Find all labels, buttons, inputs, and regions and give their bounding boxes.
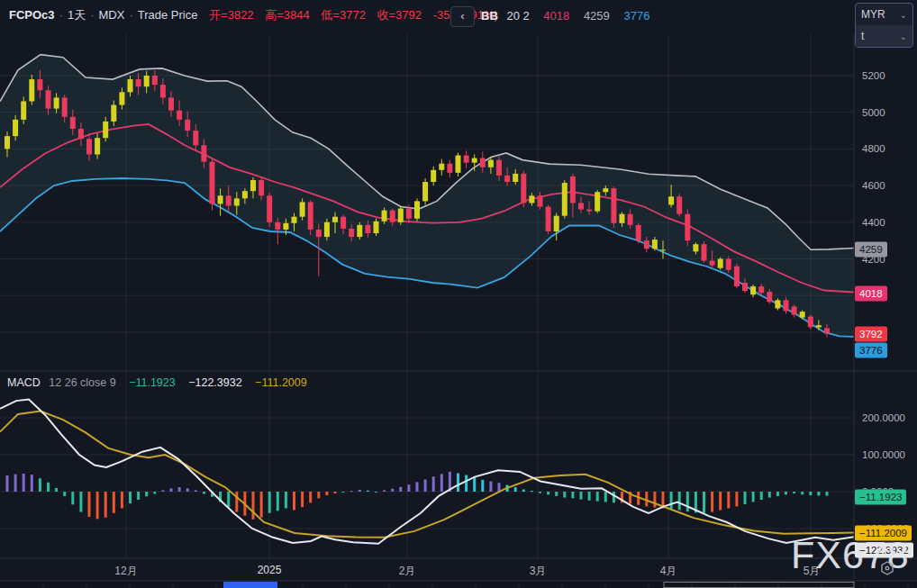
candle-82[interactable] [676,196,682,213]
candle-73[interactable] [603,188,608,192]
candle-54[interactable] [447,164,452,173]
candle-92[interactable] [758,286,764,293]
candle-100[interactable] [824,328,830,333]
candle-79[interactable] [652,240,658,249]
candle-55[interactable] [456,156,461,173]
candle-4[interactable] [37,79,42,90]
candle-72[interactable] [595,192,600,211]
candle-93[interactable] [767,292,772,302]
candle-27[interactable] [226,195,232,205]
candle-77[interactable] [636,225,641,240]
candle-29[interactable] [242,191,248,198]
candle-35[interactable] [292,217,297,223]
candle-30[interactable] [250,180,256,191]
candle-15[interactable] [128,79,133,92]
candle-13[interactable] [111,105,116,122]
candle-39[interactable] [324,222,330,237]
candle-58[interactable] [480,158,486,167]
candle-36[interactable] [300,202,305,216]
candle-47[interactable] [390,211,395,222]
candle-84[interactable] [693,244,698,251]
candle-69[interactable] [570,176,576,204]
candle-86[interactable] [710,261,715,266]
candle-78[interactable] [644,240,649,249]
candle-41[interactable] [340,217,346,229]
candle-46[interactable] [382,211,387,222]
candle-67[interactable] [554,216,559,231]
candle-32[interactable] [267,195,272,222]
candle-70[interactable] [578,203,584,209]
candle-16[interactable] [136,79,141,86]
candle-66[interactable] [546,207,551,231]
candle-42[interactable] [349,229,354,237]
candle-61[interactable] [504,176,510,182]
candle-31[interactable] [259,180,264,195]
candle-57[interactable] [472,158,477,163]
symbol-name[interactable]: FCPOc3 [9,8,55,22]
currency-dropdown[interactable]: MYR ⌄ [856,4,912,25]
candle-11[interactable] [95,138,100,154]
candle-18[interactable] [152,76,158,85]
candle-1[interactable] [13,120,18,136]
candle-5[interactable] [46,90,51,108]
candle-80[interactable] [660,249,666,250]
chart-canvas[interactable] [0,0,917,588]
candle-74[interactable] [611,188,616,223]
candle-22[interactable] [185,120,190,131]
candle-68[interactable] [562,183,567,216]
candle-98[interactable] [808,317,813,328]
candle-24[interactable] [201,145,206,161]
candle-91[interactable] [750,286,756,294]
candle-63[interactable] [521,174,526,204]
candle-96[interactable] [792,306,797,314]
candle-37[interactable] [308,202,313,230]
candle-62[interactable] [513,174,518,182]
candle-21[interactable] [177,111,182,120]
candle-38[interactable] [316,230,322,237]
candle-7[interactable] [62,97,68,116]
candle-40[interactable] [332,217,338,222]
candle-76[interactable] [628,214,633,225]
candle-6[interactable] [54,97,59,108]
candle-2[interactable] [21,101,26,119]
candle-28[interactable] [234,198,240,205]
candle-51[interactable] [422,182,428,201]
candle-53[interactable] [439,164,444,170]
candle-85[interactable] [702,244,707,260]
candle-99[interactable] [816,325,822,327]
bb-indicator-legend[interactable]: BB 20 2 4018 4259 3776 [481,9,649,23]
candle-71[interactable] [586,210,592,212]
candle-50[interactable] [414,201,420,218]
candle-12[interactable] [103,122,108,138]
candle-81[interactable] [668,196,674,204]
candle-9[interactable] [78,129,84,139]
candle-59[interactable] [488,160,494,167]
candle-25[interactable] [210,162,215,204]
candle-56[interactable] [464,156,469,163]
candle-95[interactable] [784,300,789,311]
candle-97[interactable] [800,312,805,318]
candle-48[interactable] [398,209,404,222]
candle-75[interactable] [620,214,625,223]
candle-43[interactable] [357,225,362,237]
candle-23[interactable] [193,131,198,145]
candle-89[interactable] [734,267,740,286]
axis-settings-gear-icon[interactable] [879,560,895,576]
candle-45[interactable] [374,222,379,233]
exchange-label[interactable]: MDX [99,8,125,22]
interval-label[interactable]: 1天 [68,8,86,22]
minimap-strip[interactable] [0,582,917,588]
candle-65[interactable] [538,195,543,206]
candle-44[interactable] [365,225,370,233]
candle-83[interactable] [685,214,690,241]
candle-14[interactable] [119,92,124,104]
candle-88[interactable] [726,259,731,270]
candle-19[interactable] [160,85,166,97]
candle-8[interactable] [70,117,76,129]
candle-17[interactable] [144,76,150,86]
candle-94[interactable] [775,300,780,308]
candle-60[interactable] [496,160,502,176]
candle-10[interactable] [86,139,92,154]
candle-34[interactable] [283,223,288,230]
candle-33[interactable] [275,222,280,230]
